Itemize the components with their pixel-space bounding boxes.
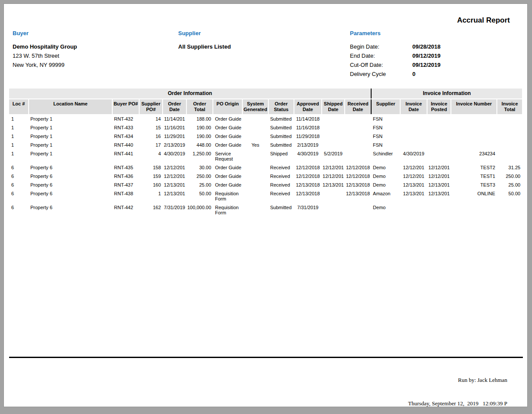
table-cell	[322, 123, 345, 131]
table-cell: 30.00	[186, 163, 213, 171]
table-cell: 1	[139, 189, 163, 203]
table-cell: Order Guide	[213, 114, 242, 123]
report-table: Order Information Invoice Information Lo…	[9, 89, 522, 217]
parameter-label: Delivery Cycle	[350, 69, 412, 79]
table-cell: 25.00	[497, 180, 522, 189]
table-cell: 11/14/2018	[294, 114, 322, 123]
table-body: 1Property 1RNT-4321411/14/201188.00Order…	[9, 114, 522, 217]
supplier-heading: Supplier	[178, 30, 231, 36]
table-cell	[451, 140, 497, 149]
table-row: 6Property 6RNT-43515812/12/20130.00Order…	[9, 163, 522, 171]
table-cell: Order Guide	[213, 123, 242, 131]
table-cell: 190.00	[186, 123, 213, 131]
table-cell: Requisition Form	[213, 189, 242, 203]
parameter-value: 09/12/2019	[412, 62, 441, 68]
table-cell	[345, 149, 371, 163]
report-table-container: Order Information Invoice Information Lo…	[9, 89, 522, 217]
table-row: 1Property 1RNT-4321411/14/201188.00Order…	[9, 114, 522, 123]
table-cell: 1,250.00	[186, 149, 213, 163]
parameter-value: 0	[412, 71, 415, 77]
column-header-location-name: Location Name	[29, 99, 112, 114]
table-cell	[242, 149, 268, 163]
table-cell	[451, 114, 497, 123]
table-cell: 11/16/201	[163, 123, 186, 131]
footer-divider-line	[9, 357, 523, 358]
table-cell: Submitted	[268, 114, 294, 123]
table-cell: 250.00	[497, 171, 522, 180]
table-cell: TEST2	[451, 163, 497, 171]
table-cell	[451, 203, 497, 217]
table-cell: Order Guide	[213, 140, 242, 149]
table-cell: Received	[268, 180, 294, 189]
column-header-order-status: Order Status	[268, 99, 294, 114]
buyer-heading: Buyer	[13, 30, 77, 36]
table-cell: Amazon	[371, 189, 400, 203]
table-cell	[242, 171, 268, 180]
table-cell: 14	[139, 114, 163, 123]
table-cell	[242, 203, 268, 217]
table-cell	[345, 203, 371, 217]
table-cell	[322, 140, 345, 149]
table-cell: Property 6	[29, 163, 112, 171]
table-cell	[427, 140, 451, 149]
table-cell: 1	[9, 114, 29, 123]
column-header-order-date: Order Date	[163, 99, 186, 114]
table-cell: 50.00	[186, 189, 213, 203]
table-cell: 11/14/201	[163, 114, 186, 123]
table-cell	[345, 140, 371, 149]
table-cell	[242, 114, 268, 123]
table-cell: Property 6	[29, 171, 112, 180]
table-cell: 1	[9, 131, 29, 140]
footer-run-by: Run by: Jack Lehman	[408, 376, 507, 384]
table-cell: 158	[139, 163, 163, 171]
table-cell: Property 1	[29, 149, 112, 163]
table-cell: 12/13/201	[163, 180, 186, 189]
table-cell: 234234	[451, 149, 497, 163]
table-cell: 6	[9, 180, 29, 189]
table-cell: 4/30/2019	[400, 149, 427, 163]
table-cell: 6	[9, 163, 29, 171]
parameter-label: Begin Date:	[350, 42, 412, 51]
table-cell	[497, 149, 522, 163]
table-cell: 12/13/201	[400, 189, 427, 203]
table-cell	[322, 131, 345, 140]
table-cell	[400, 123, 427, 131]
column-header-system-generated: System Generated	[242, 99, 268, 114]
table-cell	[427, 203, 451, 217]
table-row: 6Property 6RNT-4421627/31/2019100,000.00…	[9, 203, 522, 217]
table-cell: Yes	[242, 140, 268, 149]
table-cell: Property 1	[29, 140, 112, 149]
column-header-po-origin: PO Origin	[213, 99, 242, 114]
table-cell: 12/12/2018	[345, 163, 371, 171]
table-row: 1Property 1RNT-4341611/29/201190.00Order…	[9, 131, 522, 140]
column-header-loc: Loc #	[9, 99, 29, 114]
table-cell: Demo	[371, 163, 400, 171]
table-cell: RNT-442	[112, 203, 139, 217]
table-cell	[345, 131, 371, 140]
table-cell	[427, 123, 451, 131]
parameter-row: End Date:09/12/2019	[350, 51, 441, 60]
table-cell: Submitted	[268, 131, 294, 140]
table-cell: 4/30/2019	[294, 149, 322, 163]
table-row: 1Property 1RNT-44144/30/20191,250.00Serv…	[9, 149, 522, 163]
table-cell: RNT-437	[112, 180, 139, 189]
table-cell: FSN	[371, 131, 400, 140]
table-cell: Property 1	[29, 114, 112, 123]
table-row: 1Property 1RNT-440172/13/2019448.00Order…	[9, 140, 522, 149]
table-cell: RNT-440	[112, 140, 139, 149]
table-cell: Property 6	[29, 180, 112, 189]
table-cell: Demo	[371, 180, 400, 189]
table-cell	[400, 114, 427, 123]
table-cell: Property 1	[29, 123, 112, 131]
table-cell: 4	[139, 149, 163, 163]
table-cell: Service Request	[213, 149, 242, 163]
table-cell: 188.00	[186, 114, 213, 123]
table-cell: 1	[9, 149, 29, 163]
table-cell: 11/29/201	[163, 131, 186, 140]
table-cell: 12/13/201	[400, 180, 427, 189]
table-cell: 12/13/201	[427, 189, 451, 203]
table-cell	[345, 123, 371, 131]
report-footer: Run by: Jack Lehman Thursday, September …	[408, 361, 507, 414]
table-cell	[322, 189, 345, 203]
table-cell	[242, 180, 268, 189]
